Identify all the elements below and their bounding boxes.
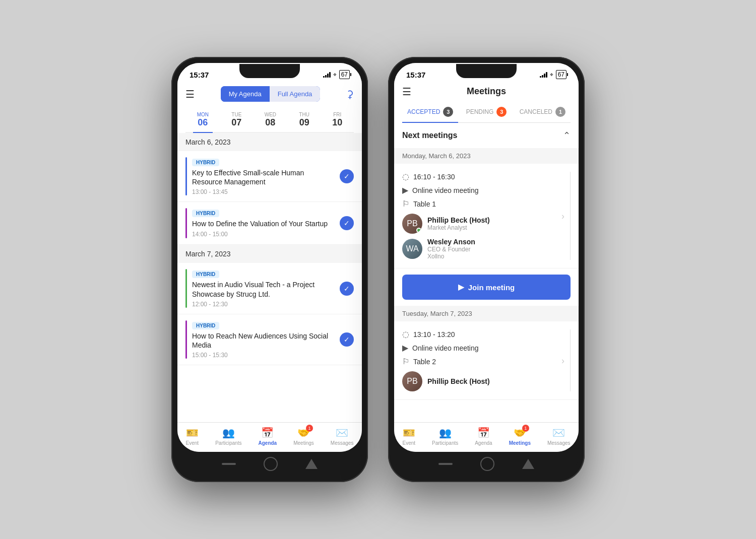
meetings-tabs: ACCEPTED 3 PENDING 3 CANCELED 1	[402, 102, 571, 123]
meeting-people-1: PB Phillip Beck (Host) Market Analyst WA	[402, 214, 560, 260]
day-label-fri: FRI	[333, 112, 341, 117]
nav-meetings-1[interactable]: 🤝1 Meetings	[293, 427, 314, 446]
next-meetings-header: Next meetings ⌃	[394, 123, 579, 148]
nav-agenda-1[interactable]: 📅 Agenda	[258, 427, 277, 446]
square-btn-2[interactable]	[438, 463, 453, 465]
day-thu[interactable]: THU 09	[295, 110, 313, 132]
nav-participants-label-2: Participants	[432, 440, 458, 446]
person-name-phillip2: Phillip Beck (Host)	[427, 377, 560, 385]
agenda-item-3[interactable]: HYBRID Newest in Audio Visual Tech - a P…	[177, 263, 362, 314]
agenda-item-1[interactable]: HYBRID Key to Effective Small-scale Huma…	[177, 151, 362, 202]
signal-icon	[323, 72, 331, 78]
screen-meetings: 15:37 ⌖ 67 ☰ Meetings ACCEPTED 3	[394, 63, 579, 452]
meeting-location-2: Table 2	[413, 358, 436, 366]
avatar-img-wesley: WA	[402, 239, 422, 259]
hybrid-badge-3: HYBRID	[192, 271, 219, 278]
meeting-type-row-1: ▶ Online video meeting	[402, 185, 560, 195]
item-time-1: 13:00 - 13:45	[192, 188, 336, 195]
circle-btn-2[interactable]	[480, 457, 494, 471]
canceled-badge: 1	[555, 107, 565, 117]
my-agenda-tab[interactable]: My Agenda	[221, 86, 270, 102]
tab-canceled-label: CANCELED	[520, 108, 552, 115]
avatar-phillip2: PB	[402, 371, 422, 391]
filter-icon[interactable]: ⚳	[346, 88, 354, 100]
day-num-wed: 08	[265, 117, 275, 128]
agenda-content[interactable]: March 6, 2023 HYBRID Key to Effective Sm…	[177, 133, 362, 422]
chevron-right-2[interactable]: ›	[561, 355, 564, 366]
participants-icon-1: 👥	[222, 427, 235, 439]
meetings-content[interactable]: Next meetings ⌃ Monday, March 6, 2023 ◌ …	[394, 123, 579, 422]
messages-icon-1: ✉️	[336, 427, 348, 439]
tab-pending[interactable]: PENDING 3	[458, 102, 514, 123]
square-btn-1[interactable]	[222, 463, 236, 465]
nav-event-1[interactable]: 🎫 Event	[186, 427, 199, 446]
divider-1	[570, 172, 571, 260]
meeting-time-1: 16:10 - 16:30	[413, 173, 455, 181]
hybrid-badge-1: HYBRID	[192, 159, 219, 166]
meeting-people-2: PB Phillip Beck (Host)	[402, 371, 560, 391]
nav-messages-2[interactable]: ✉️ Messages	[547, 427, 571, 446]
status-time-1: 15:37	[190, 71, 209, 79]
meetings-title: Meetings	[467, 86, 506, 97]
day-wed[interactable]: WED 08	[261, 110, 280, 132]
day-mon[interactable]: MON 06	[193, 110, 213, 132]
hybrid-badge-2: HYBRID	[192, 210, 219, 217]
agenda-tab-group: My Agenda Full Agenda	[221, 86, 321, 102]
chevron-right-1[interactable]: ›	[561, 211, 564, 221]
full-agenda-tab[interactable]: Full Agenda	[270, 86, 321, 102]
nav-messages-1[interactable]: ✉️ Messages	[331, 427, 354, 446]
agenda-item-4[interactable]: HYBRID How to Reach New Audiences Using …	[177, 314, 362, 365]
meeting-time-row-1: ◌ 16:10 - 16:30	[402, 172, 560, 181]
hamburger-icon-1[interactable]: ☰	[185, 88, 195, 100]
person-name-phillip: Phillip Beck (Host)	[427, 216, 560, 224]
day-tue[interactable]: TUE 07	[227, 110, 245, 132]
battery-icon: 67	[339, 70, 350, 79]
battery-icon-2: 67	[556, 70, 566, 79]
section-date-tuesday: Tuesday, March 7, 2023	[394, 306, 579, 321]
hamburger-icon-2[interactable]: ☰	[402, 86, 411, 98]
person-row-wesley: WA Wesley Anson CEO & Founder Xollno	[402, 238, 560, 260]
nav-participants-1[interactable]: 👥 Participants	[215, 427, 241, 446]
avatar-img-phillip2: PB	[402, 371, 422, 391]
accepted-badge: 3	[443, 107, 453, 117]
section-date-monday: Monday, March 6, 2023	[394, 148, 579, 164]
join-meeting-button[interactable]: ▶ Join meeting	[402, 275, 571, 300]
signal-icon-2	[540, 72, 547, 78]
nav-agenda-2[interactable]: 📅 Agenda	[475, 427, 492, 446]
nav-participants-2[interactable]: 👥 Participants	[432, 427, 458, 446]
event-icon-1: 🎫	[186, 427, 199, 439]
circle-btn-1[interactable]	[264, 457, 278, 471]
video-icon-1: ▶	[402, 185, 408, 195]
day-label-mon: MON	[197, 112, 209, 117]
back-btn-1[interactable]	[305, 459, 318, 469]
meeting-card-inner-2: ◌ 13:10 - 13:20 ▶ Online video meeting ⚐…	[402, 329, 571, 391]
day-label-tue: TUE	[231, 112, 241, 117]
agenda-item-2[interactable]: HYBRID How to Define the Valuation of Yo…	[177, 202, 362, 245]
tab-accepted[interactable]: ACCEPTED 3	[402, 102, 458, 123]
nav-agenda-label-1: Agenda	[258, 440, 277, 446]
person-company-wesley: Xollno	[427, 253, 560, 260]
back-btn-2[interactable]	[522, 459, 534, 469]
meeting-card-1[interactable]: ◌ 16:10 - 16:30 ▶ Online video meeting ⚐…	[394, 164, 579, 268]
collapse-icon[interactable]: ⌃	[563, 130, 571, 141]
meetings-header: ☰ Meetings ACCEPTED 3 PENDING 3 CANCELED…	[394, 82, 579, 123]
item-bar-2	[185, 208, 187, 238]
nav-messages-label-1: Messages	[331, 440, 354, 446]
meeting-card-2[interactable]: ◌ 13:10 - 13:20 ▶ Online video meeting ⚐…	[394, 321, 579, 400]
tab-canceled[interactable]: CANCELED 1	[515, 102, 571, 123]
person-role-phillip: Market Analyst	[427, 224, 560, 231]
nav-meetings-2[interactable]: 🤝1 Meetings	[509, 427, 531, 446]
day-fri[interactable]: FRI 10	[328, 110, 346, 132]
nav-messages-label-2: Messages	[547, 440, 571, 446]
meeting-time-row-2: ◌ 13:10 - 13:20	[402, 329, 560, 339]
item-bar-4	[185, 320, 187, 359]
item-content-1: HYBRID Key to Effective Small-scale Huma…	[192, 157, 336, 195]
day-label-thu: THU	[299, 112, 309, 117]
messages-icon-2: ✉️	[552, 427, 565, 439]
nav-event-2[interactable]: 🎫 Event	[402, 427, 415, 446]
avatar-wesley: WA	[402, 239, 422, 259]
meeting-type-row-2: ▶ Online video meeting	[402, 343, 560, 353]
check-icon-3: ✓	[340, 282, 354, 296]
tab-pending-label: PENDING	[466, 108, 494, 115]
item-time-3: 12:00 - 12:30	[192, 301, 336, 308]
